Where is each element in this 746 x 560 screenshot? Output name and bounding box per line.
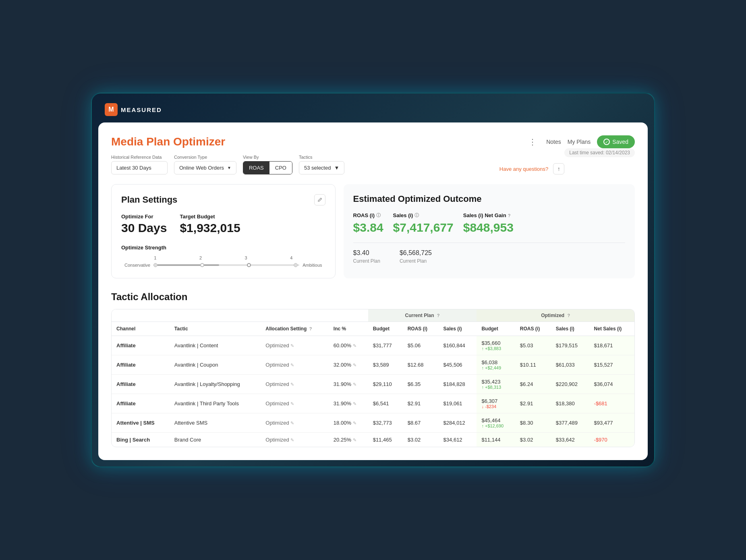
filters-row: Historical Reference Data Latest 30 Days…	[111, 155, 564, 174]
optimized-info-icon[interactable]: ?	[568, 313, 570, 318]
inc-pct-edit-icon[interactable]: ✎	[353, 363, 356, 367]
allocation-edit-icon[interactable]: ✎	[290, 363, 294, 367]
saved-button[interactable]: ✓ Saved	[597, 135, 635, 148]
inc-pct-cell: 20.25% ✎	[329, 433, 368, 447]
allocation-edit-icon[interactable]: ✎	[290, 343, 294, 348]
my-plans-link[interactable]: My Plans	[568, 139, 591, 145]
net-gain-info-icon[interactable]: ?	[508, 213, 511, 218]
opt-sales-cell: $61,033	[551, 355, 589, 375]
target-budget-value: $1,932,015	[180, 221, 240, 235]
current-roas-label: Current Plan	[353, 258, 380, 264]
slider-stop-1	[153, 263, 157, 267]
opt-roas-cell: $2.91	[515, 394, 551, 413]
inc-pct-cell: 60.00% ✎	[329, 336, 368, 355]
slider-right-label: Ambitious	[303, 263, 322, 268]
sales-cell: $19,061	[439, 394, 477, 413]
opt-sales-cell: $179,515	[551, 336, 589, 355]
col-channel: Channel	[112, 322, 170, 336]
opt-roas-cell: $5.03	[515, 336, 551, 355]
col-sales: Sales (i)	[439, 322, 477, 336]
plan-settings-edit-button[interactable]	[314, 194, 325, 205]
allocation-cell: Optimized ✎	[261, 394, 329, 413]
inc-pct-edit-icon[interactable]: ✎	[353, 421, 356, 425]
roas-info-icon[interactable]: ⓘ	[376, 212, 381, 218]
roas-cell: $5.06	[403, 336, 439, 355]
opt-budget-cell: $6,038 ↑ +$2,449	[477, 355, 515, 375]
allocation-edit-icon[interactable]: ✎	[290, 438, 294, 442]
current-sales-col: $6,568,725 Current Plan	[400, 249, 432, 264]
strength-slider[interactable]	[153, 264, 299, 266]
table-row: Affiliate Avantlink | Coupon Optimized ✎…	[112, 355, 634, 375]
table-body: Affiliate Avantlink | Content Optimized …	[112, 336, 634, 447]
tactic-cell: Attentive SMS	[170, 413, 261, 433]
tactic-cell: Brand Core	[170, 433, 261, 447]
slider-stop-3	[247, 263, 251, 267]
tactic-cell: Avantlink | Content	[170, 336, 261, 355]
current-plan-info-icon[interactable]: ?	[437, 313, 440, 318]
conversion-filter-group: Conversion Type Online Web Orders ▼	[174, 155, 236, 174]
outcome-sales-col: Sales (i) ⓘ $7,417,677	[393, 212, 454, 234]
roas-cell: $6.35	[403, 375, 439, 394]
page-header-row: Media Plan Optimizer ⋮ Notes My Plans ✓ …	[111, 135, 635, 148]
col-allocation: Allocation Setting ?	[261, 322, 329, 336]
allocation-edit-icon[interactable]: ✎	[290, 401, 294, 406]
sales-info-icon[interactable]: ⓘ	[414, 212, 419, 218]
conversion-label: Conversion Type	[174, 155, 236, 160]
historical-select[interactable]: Latest 30 Days	[111, 161, 168, 174]
inc-pct-edit-icon[interactable]: ✎	[353, 438, 356, 442]
sales-cell: $160,844	[439, 336, 477, 355]
inc-pct-edit-icon[interactable]: ✎	[353, 401, 356, 406]
right-filters: Have any questions? ↑	[499, 163, 564, 174]
tactic-cell: Avantlink | Coupon	[170, 355, 261, 375]
outcome-roas-col: ROAS (i) ⓘ $3.84	[353, 212, 383, 234]
channel-cell: Affiliate	[112, 355, 170, 375]
opt-budget-cell: $35,423 ↑ +$8,313	[477, 375, 515, 394]
notes-link[interactable]: Notes	[546, 139, 561, 145]
upload-button[interactable]: ↑	[553, 163, 564, 174]
channel-cell: Affiliate	[112, 394, 170, 413]
last-saved-text: Last time saved: 02/14/2023	[564, 148, 635, 157]
roas-toggle-button[interactable]: ROAS	[243, 162, 269, 174]
table-row: Bing | Search Brand Core Optimized ✎ 20.…	[112, 433, 634, 447]
conversion-value: Online Web Orders	[179, 165, 224, 171]
allocation-info-icon[interactable]: ?	[309, 326, 312, 331]
slider-left-label: Conservative	[124, 263, 150, 268]
tactics-select[interactable]: 53 selected ▼	[299, 161, 344, 174]
cpo-toggle-button[interactable]: CPO	[269, 162, 292, 174]
net-sales-cell: -$681	[589, 394, 634, 413]
plan-metrics-row: Optimize For 30 Days Target Budget $1,93…	[121, 214, 325, 235]
optimize-for-value: 30 Days	[121, 221, 167, 235]
sales-cell: $184,828	[439, 375, 477, 394]
outcome-net-gain-value: $848,953	[463, 221, 514, 234]
historical-label: Historical Reference Data	[111, 155, 168, 160]
budget-cell: $11,465	[368, 433, 403, 447]
inc-pct-edit-icon[interactable]: ✎	[353, 343, 356, 348]
outcome-sales-value: $7,417,677	[393, 221, 454, 234]
opt-roas-cell: $8.30	[515, 413, 551, 433]
budget-cell: $29,110	[368, 375, 403, 394]
saved-label: Saved	[612, 139, 628, 145]
have-questions-link[interactable]: Have any questions?	[499, 166, 548, 172]
conversion-select[interactable]: Online Web Orders ▼	[174, 161, 236, 174]
allocation-edit-icon[interactable]: ✎	[290, 382, 294, 387]
allocation-edit-icon[interactable]: ✎	[290, 421, 294, 425]
optimize-for-label: Optimize For	[121, 214, 167, 220]
net-sales-cell: $36,074	[589, 375, 634, 394]
more-options-icon[interactable]: ⋮	[525, 135, 540, 148]
current-plan-group-header: Current Plan ?	[368, 309, 477, 322]
opt-roas-cell: $3.02	[515, 433, 551, 447]
current-roas-col: $3.40 Current Plan	[353, 249, 380, 264]
opt-budget-cell: $45,464 ↑ +$12,690	[477, 413, 515, 433]
roas-cell: $3.02	[403, 433, 439, 447]
table-row: Affiliate Avantlink | Loyalty/Shopping O…	[112, 375, 634, 394]
opt-roas-cell: $6.24	[515, 375, 551, 394]
allocation-cell: Optimized ✎	[261, 433, 329, 447]
opt-sales-cell: $220,902	[551, 375, 589, 394]
target-budget-item: Target Budget $1,932,015	[180, 214, 240, 235]
outcome-roas-label: ROAS (i) ⓘ	[353, 212, 383, 218]
top-bar: M MEASURED	[98, 100, 648, 122]
channel-cell: Attentive | SMS	[112, 413, 170, 433]
app-frame: M MEASURED Media Plan Optimizer ⋮ Notes …	[91, 93, 655, 467]
inc-pct-edit-icon[interactable]: ✎	[353, 382, 356, 387]
table-row: Affiliate Avantlink | Content Optimized …	[112, 336, 634, 355]
